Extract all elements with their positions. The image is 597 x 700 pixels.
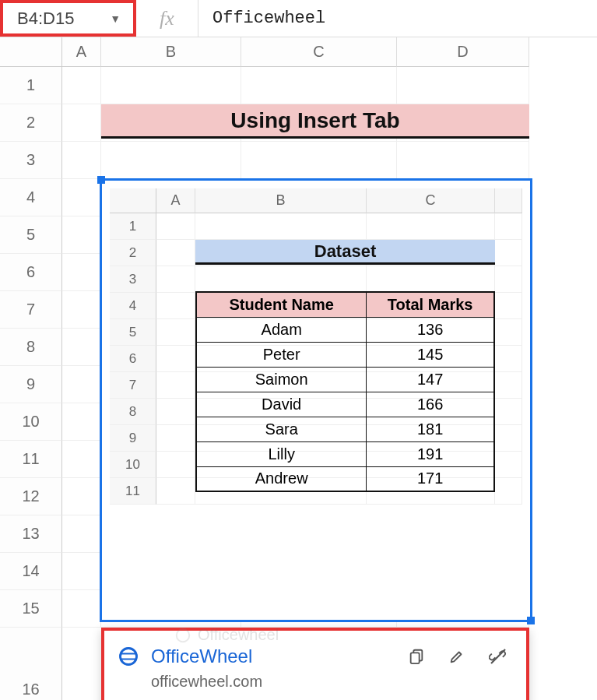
dataset-banner: Dataset — [195, 240, 495, 265]
row-headers: 1 2 3 4 5 6 7 8 9 10 11 12 13 14 15 16 — [0, 67, 62, 700]
row-header[interactable]: 6 — [0, 254, 62, 291]
col-header-d[interactable]: D — [397, 37, 529, 67]
row-header[interactable]: 16 — [0, 628, 62, 700]
watermark: Officewheel — [174, 626, 279, 644]
mini-row[interactable]: 1 — [110, 213, 156, 240]
mini-corner[interactable] — [110, 188, 156, 213]
select-all-corner[interactable] — [0, 37, 62, 67]
mini-col-d[interactable] — [495, 188, 522, 213]
copy-link-button[interactable] — [402, 648, 431, 665]
link-card: OfficeWheel officewheel.com All about of… — [101, 628, 529, 700]
mini-row[interactable]: 7 — [110, 372, 156, 399]
row-header[interactable]: 1 — [0, 67, 62, 104]
row-header[interactable]: 7 — [0, 291, 62, 329]
svg-rect-2 — [411, 653, 420, 663]
mini-row[interactable]: 10 — [110, 452, 156, 478]
table-row: Adam136 — [196, 317, 494, 342]
mini-col-a[interactable]: A — [156, 188, 195, 213]
table-row: Saimon147 — [196, 367, 494, 392]
edit-link-button[interactable] — [442, 648, 472, 665]
col-header-c[interactable]: C — [241, 37, 397, 67]
cells-area[interactable]: Using Insert Tab A B C 1 2 3 4 5 — [62, 67, 597, 700]
row-header[interactable]: 12 — [0, 478, 62, 515]
selection-box[interactable]: A B C 1 2 3 4 5 6 7 8 9 — [100, 178, 532, 622]
link-title[interactable]: OfficeWheel — [151, 645, 252, 667]
mini-row[interactable]: 5 — [110, 319, 156, 346]
mini-row[interactable]: 9 — [110, 425, 156, 452]
th-name: Student Name — [196, 292, 367, 317]
mini-row[interactable]: 6 — [110, 346, 156, 372]
row-header[interactable]: 15 — [0, 590, 62, 628]
col-header-b[interactable]: B — [101, 37, 241, 67]
row-header[interactable]: 10 — [0, 403, 62, 441]
col-header-a[interactable]: A — [62, 37, 101, 67]
table-row: Andrew171 — [196, 466, 494, 491]
name-box-value: B4:D15 — [17, 9, 74, 29]
mini-row[interactable]: 2 — [110, 240, 156, 266]
row-header[interactable]: 5 — [0, 216, 62, 254]
mini-row[interactable]: 4 — [110, 293, 156, 319]
row-header[interactable]: 8 — [0, 329, 62, 366]
row-header[interactable]: 14 — [0, 553, 62, 590]
row-header[interactable]: 4 — [0, 179, 62, 216]
sheet-body: 1 2 3 4 5 6 7 8 9 10 11 12 13 14 15 16 U… — [0, 67, 597, 700]
site-logo-icon — [117, 645, 140, 668]
mini-col-c[interactable]: C — [367, 188, 495, 213]
row-header[interactable]: 9 — [0, 366, 62, 403]
embedded-sheet: A B C 1 2 3 4 5 6 7 8 9 — [110, 188, 522, 612]
formula-input[interactable] — [198, 0, 597, 37]
table-row: David166 — [196, 392, 494, 417]
mini-row[interactable]: 11 — [110, 478, 156, 505]
column-header-row: A B C D — [0, 37, 597, 67]
name-box[interactable]: B4:D15 ▼ — [0, 0, 136, 37]
chevron-down-icon: ▼ — [110, 12, 121, 25]
row-header[interactable]: 11 — [0, 441, 62, 478]
row-header[interactable]: 2 — [0, 104, 62, 142]
table-row: Lilly191 — [196, 441, 494, 466]
page-title: Using Insert Tab — [101, 104, 529, 139]
row-header[interactable]: 3 — [0, 142, 62, 179]
svg-point-7 — [177, 628, 190, 642]
mini-col-b[interactable]: B — [195, 188, 367, 213]
row-header[interactable]: 13 — [0, 515, 62, 553]
fx-label: fx — [136, 0, 198, 37]
remove-link-button[interactable] — [483, 647, 514, 666]
mini-row[interactable]: 8 — [110, 399, 156, 425]
th-marks: Total Marks — [367, 292, 494, 317]
mini-row[interactable]: 3 — [110, 266, 156, 293]
table-row: Sara181 — [196, 417, 494, 441]
table-row: Peter145 — [196, 342, 494, 367]
data-table: Student Name Total Marks Adam136 Peter14… — [195, 291, 495, 492]
formula-bar: B4:D15 ▼ fx — [0, 0, 597, 37]
link-domain: officewheel.com — [151, 673, 514, 691]
